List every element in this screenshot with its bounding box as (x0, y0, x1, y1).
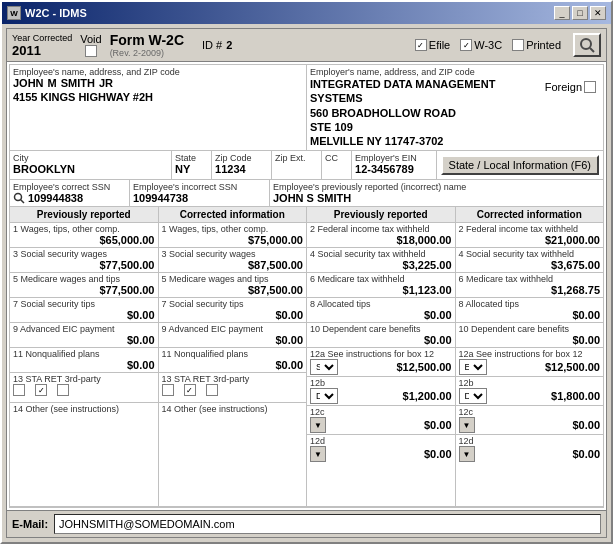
box1-row: 1 Wages, tips, other comp. $65,000.00 1 … (10, 223, 306, 248)
box6-row: 6 Medicare tax withheld $1,123.00 6 Medi… (307, 273, 603, 298)
employer-line4: MELVILLE NY 11747-3702 (310, 134, 545, 148)
correct-ssn-cell: Employee's correct SSN 109944838 (10, 180, 130, 206)
foreign-checkbox[interactable] (584, 81, 596, 93)
box12d-corr-row: ▼ $0.00 (459, 446, 601, 462)
close-button[interactable]: ✕ (590, 6, 606, 20)
state-value: NY (175, 163, 208, 175)
box8-prev: 8 Allocated tips $0.00 (307, 298, 456, 322)
employer-label: Employer's name, address, and ZIP code (310, 67, 545, 77)
box6-corr: 6 Medicare tax withheld $1,268.75 (456, 273, 604, 297)
form-body: Employee's name, address, and ZIP code J… (9, 64, 604, 508)
city-label: City (13, 153, 168, 163)
box12c-corr-row: ▼ $0.00 (459, 417, 601, 433)
employee-employer-section: Employee's name, address, and ZIP code J… (10, 65, 603, 151)
minimize-button[interactable]: _ (554, 6, 570, 20)
box4-label: 4 Social security tax withheld (310, 249, 452, 259)
maximize-button[interactable]: □ (572, 6, 588, 20)
efile-row: Efile (415, 39, 450, 51)
state-local-button[interactable]: State / Local Information (F6) (441, 155, 599, 175)
box7-label: 7 Social security tips (13, 299, 155, 309)
box13-ret-prev[interactable] (35, 384, 47, 396)
void-label: Void (80, 33, 101, 45)
box5-row: 5 Medicare wages and tips $77,500.00 5 M… (10, 273, 306, 298)
box12a-corr-code[interactable]: E (459, 359, 487, 375)
printed-label: Printed (526, 39, 561, 51)
box12b-corr-value: $1,800.00 (489, 390, 601, 402)
box12d-corr: 12d ▼ $0.00 (456, 435, 604, 506)
employer-name: INTEGRATED DATA MANAGEMENT SYSTEMS 560 B… (310, 77, 545, 148)
box13-corr-label: 13 STA RET 3rd-party (162, 374, 304, 384)
box12a-corr-value: $12,500.00 (489, 361, 601, 373)
left-prev-header: Previously reported (10, 207, 159, 222)
w3c-row: W-3C (460, 39, 502, 51)
w3c-checkbox[interactable] (460, 39, 472, 51)
search-button[interactable] (573, 33, 601, 57)
zip-cell: Zip Code 11234 (212, 151, 272, 179)
box13-3rd-corr[interactable] (206, 384, 218, 396)
id-label: ID # (202, 39, 222, 51)
box7-row: 7 Social security tips $0.00 7 Social se… (10, 298, 306, 323)
ein-section: Employer's EIN 12-3456789 (352, 151, 437, 179)
box8-corr-label: 8 Allocated tips (459, 299, 601, 309)
printed-checkbox[interactable] (512, 39, 524, 51)
box8-prev-value: $0.00 (310, 309, 452, 321)
box6-prev-value: $1,123.00 (310, 284, 452, 296)
box14-corr-label: 14 Other (see instructions) (162, 404, 304, 414)
employee-info: Employee's name, address, and ZIP code J… (10, 65, 307, 150)
box10-prev-value: $0.00 (310, 334, 452, 346)
box12d-corr-dropdown[interactable]: ▼ (459, 446, 475, 462)
box13-ret-corr[interactable] (184, 384, 196, 396)
box14-row: 14 Other (see instructions) 14 Other (se… (10, 403, 306, 507)
box10-corr: 10 Dependent care benefits $0.00 (456, 323, 604, 347)
box12d-prev-dropdown[interactable]: ▼ (310, 446, 326, 462)
box13-3rd-prev[interactable] (57, 384, 69, 396)
box12c-prev: 12c ▼ $0.00 (307, 406, 456, 434)
box12c-corr-dropdown[interactable]: ▼ (459, 417, 475, 433)
box12a-prev: 12a See instructions for box 12 S $12,50… (307, 348, 456, 376)
box12c-prev-dropdown[interactable]: ▼ (310, 417, 326, 433)
city-value: BROOKLYN (13, 163, 168, 175)
grid-right-rows: 2 Federal income tax withheld $18,000.00… (307, 223, 603, 507)
form-title-section: Form W-2C (Rev. 2-2009) (110, 32, 184, 58)
box8-row: 8 Allocated tips $0.00 8 Allocated tips … (307, 298, 603, 323)
box9-row: 9 Advanced EIC payment $0.00 9 Advanced … (10, 323, 306, 348)
box2-prev: 2 Federal income tax withheld $18,000.00 (307, 223, 456, 247)
prev-name-value: JOHN S SMITH (273, 192, 600, 204)
box4-row: 4 Social security tax withheld $3,225.00… (307, 248, 603, 273)
box10-corr-value: $0.00 (459, 334, 601, 346)
box10-prev: 10 Dependent care benefits $0.00 (307, 323, 456, 347)
foreign-section: Foreign (545, 81, 596, 93)
box1-prev-value: $65,000.00 (13, 234, 155, 246)
box12b-corr-code[interactable]: DD (459, 388, 487, 404)
box11-corr-value: $0.00 (162, 359, 304, 371)
emp-last: SMITH (61, 77, 95, 89)
box11-prev-value: $0.00 (13, 359, 155, 371)
ssn-row: Employee's correct SSN 109944838 Employe… (10, 180, 603, 207)
sta-col-sta-prev (13, 384, 25, 396)
box2-prev-value: $18,000.00 (310, 234, 452, 246)
sta-col-ret-prev (35, 384, 47, 396)
box13-sta-prev[interactable] (13, 384, 25, 396)
box12a-prev-code[interactable]: S (310, 359, 338, 375)
email-input[interactable] (54, 514, 601, 534)
prev-name-label: Employee's previously reported (incorrec… (273, 182, 600, 192)
box12a-corr-label: 12a See instructions for box 12 (459, 349, 601, 359)
box12b-corr: 12b DD $1,800.00 (456, 377, 604, 405)
state-cell: State NY (172, 151, 212, 179)
grid-left: Previously reported Corrected informatio… (10, 207, 307, 507)
box12b-prev-code[interactable]: DD (310, 388, 338, 404)
box12d-prev-row: ▼ $0.00 (310, 446, 452, 462)
efile-checkbox[interactable] (415, 39, 427, 51)
box11-prev: 11 Nonqualified plans $0.00 (10, 348, 159, 372)
void-checkbox[interactable] (85, 45, 97, 57)
box13-prev: 13 STA RET 3rd-party (10, 373, 159, 402)
box9-corr-value: $0.00 (162, 334, 304, 346)
title-bar: W W2C - IDMS _ □ ✕ (2, 2, 611, 24)
state-local-section: State / Local Information (F6) (437, 151, 603, 179)
box8-corr-value: $0.00 (459, 309, 601, 321)
cc-cell: CC (322, 151, 352, 179)
box13-sta-corr[interactable] (162, 384, 174, 396)
checkboxes-right: Efile W-3C Printed (415, 39, 561, 51)
box13-prev-checks (13, 384, 155, 396)
box12a-corr: 12a See instructions for box 12 E $12,50… (456, 348, 604, 376)
